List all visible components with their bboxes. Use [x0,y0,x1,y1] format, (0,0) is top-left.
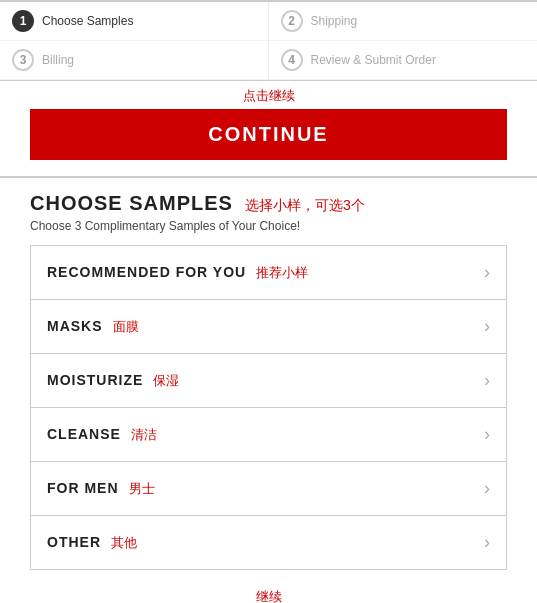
step-4-circle: 4 [281,49,303,71]
samples-title-cn: 选择小样，可选3个 [245,197,365,215]
category-list: RECOMMENDED FOR YOU 推荐小样 › MASKS 面膜 › MO… [30,245,507,570]
category-cn-masks: 面膜 [113,318,139,336]
step-1-circle: 1 [12,10,34,32]
category-item-moisturize[interactable]: MOISTURIZE 保湿 › [31,354,506,408]
category-name-other: OTHER [47,534,101,550]
step-2-circle: 2 [281,10,303,32]
samples-header: CHOOSE SAMPLES 选择小样，可选3个 Choose 3 Compli… [0,192,537,233]
category-item-other[interactable]: OTHER 其他 › [31,516,506,569]
category-cn-moisturize: 保湿 [153,372,179,390]
category-cn-other: 其他 [111,534,137,552]
category-item-masks[interactable]: MASKS 面膜 › [31,300,506,354]
category-item-formen[interactable]: FOR MEN 男士 › [31,462,506,516]
step-2-label: Shipping [311,14,358,28]
chevron-icon-moisturize: › [484,370,490,391]
category-cn-recommended: 推荐小样 [256,264,308,282]
category-item-recommended[interactable]: RECOMMENDED FOR YOU 推荐小样 › [31,246,506,300]
continue-button-top[interactable]: CONTINUE [30,109,507,160]
category-name-cleanse: CLEANSE [47,426,121,442]
step-1: 1 Choose Samples [0,2,269,41]
step-3-label: Billing [42,53,74,67]
category-name-formen: FOR MEN [47,480,119,496]
category-name-masks: MASKS [47,318,103,334]
chevron-icon-other: › [484,532,490,553]
chevron-icon-formen: › [484,478,490,499]
progress-steps: 1 Choose Samples 2 Shipping 3 Billing 4 … [0,0,537,81]
step-1-label: Choose Samples [42,14,133,28]
step-2: 2 Shipping [269,2,538,41]
chevron-icon-recommended: › [484,262,490,283]
category-name-recommended: RECOMMENDED FOR YOU [47,264,246,280]
category-cn-formen: 男士 [129,480,155,498]
section-divider [0,176,537,178]
category-item-cleanse[interactable]: CLEANSE 清洁 › [31,408,506,462]
chevron-icon-cleanse: › [484,424,490,445]
continue-hint-bottom: 继续 [0,582,537,603]
samples-subtitle: Choose 3 Complimentary Samples of Your C… [30,219,507,233]
chevron-icon-masks: › [484,316,490,337]
step-3-circle: 3 [12,49,34,71]
continue-hint-top: 点击继续 [0,81,537,109]
step-4: 4 Review & Submit Order [269,41,538,80]
category-cn-cleanse: 清洁 [131,426,157,444]
category-name-moisturize: MOISTURIZE [47,372,143,388]
samples-title: CHOOSE SAMPLES [30,192,233,215]
step-4-label: Review & Submit Order [311,53,436,67]
step-3: 3 Billing [0,41,269,80]
